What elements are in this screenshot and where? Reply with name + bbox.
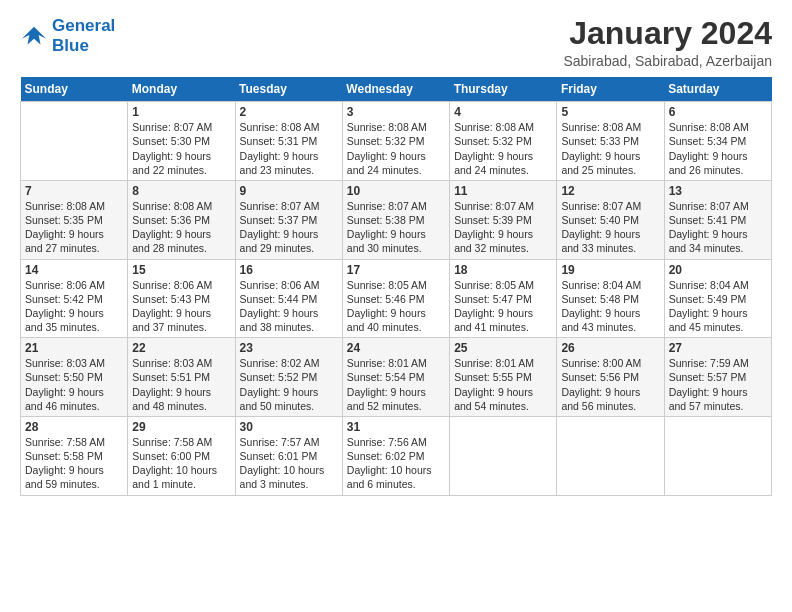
day-cell: 1 Sunrise: 8:07 AM Sunset: 5:30 PM Dayli… (128, 102, 235, 181)
sunset-text: Sunset: 5:30 PM (132, 135, 210, 147)
day-info: Sunrise: 8:02 AM Sunset: 5:52 PM Dayligh… (240, 356, 338, 413)
day-number: 15 (132, 263, 230, 277)
logo: General Blue (20, 16, 115, 55)
week-row-5: 28 Sunrise: 7:58 AM Sunset: 5:58 PM Dayl… (21, 416, 772, 495)
daylight-text: Daylight: 9 hours and 22 minutes. (132, 150, 211, 176)
sunrise-text: Sunrise: 8:05 AM (454, 279, 534, 291)
day-cell: 30 Sunrise: 7:57 AM Sunset: 6:01 PM Dayl… (235, 416, 342, 495)
sunrise-text: Sunrise: 8:05 AM (347, 279, 427, 291)
daylight-text: Daylight: 9 hours and 46 minutes. (25, 386, 104, 412)
sunset-text: Sunset: 5:51 PM (132, 371, 210, 383)
sunrise-text: Sunrise: 8:07 AM (561, 200, 641, 212)
logo-line2: Blue (52, 36, 115, 56)
sunrise-text: Sunrise: 8:08 AM (561, 121, 641, 133)
sunrise-text: Sunrise: 8:07 AM (347, 200, 427, 212)
daylight-text: Daylight: 9 hours and 38 minutes. (240, 307, 319, 333)
day-cell: 26 Sunrise: 8:00 AM Sunset: 5:56 PM Dayl… (557, 338, 664, 417)
sunset-text: Sunset: 5:31 PM (240, 135, 318, 147)
sunset-text: Sunset: 5:50 PM (25, 371, 103, 383)
day-info: Sunrise: 8:08 AM Sunset: 5:31 PM Dayligh… (240, 120, 338, 177)
sunset-text: Sunset: 5:52 PM (240, 371, 318, 383)
logo-bird-icon (20, 22, 48, 50)
header-cell-tuesday: Tuesday (235, 77, 342, 102)
day-info: Sunrise: 8:07 AM Sunset: 5:41 PM Dayligh… (669, 199, 767, 256)
sunrise-text: Sunrise: 8:01 AM (454, 357, 534, 369)
week-row-1: 1 Sunrise: 8:07 AM Sunset: 5:30 PM Dayli… (21, 102, 772, 181)
day-number: 8 (132, 184, 230, 198)
sunrise-text: Sunrise: 8:06 AM (132, 279, 212, 291)
sunset-text: Sunset: 5:58 PM (25, 450, 103, 462)
day-number: 17 (347, 263, 445, 277)
day-info: Sunrise: 8:06 AM Sunset: 5:43 PM Dayligh… (132, 278, 230, 335)
day-number: 29 (132, 420, 230, 434)
day-cell: 3 Sunrise: 8:08 AM Sunset: 5:32 PM Dayli… (342, 102, 449, 181)
day-number: 20 (669, 263, 767, 277)
day-cell: 19 Sunrise: 8:04 AM Sunset: 5:48 PM Dayl… (557, 259, 664, 338)
daylight-text: Daylight: 10 hours and 3 minutes. (240, 464, 325, 490)
daylight-text: Daylight: 9 hours and 59 minutes. (25, 464, 104, 490)
day-number: 27 (669, 341, 767, 355)
day-cell: 28 Sunrise: 7:58 AM Sunset: 5:58 PM Dayl… (21, 416, 128, 495)
day-info: Sunrise: 8:04 AM Sunset: 5:48 PM Dayligh… (561, 278, 659, 335)
calendar-table: SundayMondayTuesdayWednesdayThursdayFrid… (20, 77, 772, 495)
sunset-text: Sunset: 5:35 PM (25, 214, 103, 226)
day-number: 6 (669, 105, 767, 119)
sunrise-text: Sunrise: 8:03 AM (25, 357, 105, 369)
day-info: Sunrise: 8:08 AM Sunset: 5:36 PM Dayligh… (132, 199, 230, 256)
daylight-text: Daylight: 9 hours and 33 minutes. (561, 228, 640, 254)
sunrise-text: Sunrise: 8:02 AM (240, 357, 320, 369)
day-number: 9 (240, 184, 338, 198)
day-info: Sunrise: 8:06 AM Sunset: 5:44 PM Dayligh… (240, 278, 338, 335)
day-cell: 20 Sunrise: 8:04 AM Sunset: 5:49 PM Dayl… (664, 259, 771, 338)
day-info: Sunrise: 8:07 AM Sunset: 5:39 PM Dayligh… (454, 199, 552, 256)
day-info: Sunrise: 8:08 AM Sunset: 5:34 PM Dayligh… (669, 120, 767, 177)
day-number: 7 (25, 184, 123, 198)
header-cell-monday: Monday (128, 77, 235, 102)
day-info: Sunrise: 7:57 AM Sunset: 6:01 PM Dayligh… (240, 435, 338, 492)
sunrise-text: Sunrise: 8:00 AM (561, 357, 641, 369)
sunrise-text: Sunrise: 8:07 AM (454, 200, 534, 212)
sunrise-text: Sunrise: 8:08 AM (347, 121, 427, 133)
day-info: Sunrise: 8:00 AM Sunset: 5:56 PM Dayligh… (561, 356, 659, 413)
sunset-text: Sunset: 5:38 PM (347, 214, 425, 226)
daylight-text: Daylight: 10 hours and 6 minutes. (347, 464, 432, 490)
day-cell: 25 Sunrise: 8:01 AM Sunset: 5:55 PM Dayl… (450, 338, 557, 417)
subtitle: Sabirabad, Sabirabad, Azerbaijan (563, 53, 772, 69)
header-cell-saturday: Saturday (664, 77, 771, 102)
sunrise-text: Sunrise: 7:59 AM (669, 357, 749, 369)
sunrise-text: Sunrise: 8:07 AM (240, 200, 320, 212)
day-cell: 18 Sunrise: 8:05 AM Sunset: 5:47 PM Dayl… (450, 259, 557, 338)
day-cell: 6 Sunrise: 8:08 AM Sunset: 5:34 PM Dayli… (664, 102, 771, 181)
day-info: Sunrise: 8:07 AM Sunset: 5:30 PM Dayligh… (132, 120, 230, 177)
header-cell-thursday: Thursday (450, 77, 557, 102)
day-info: Sunrise: 8:01 AM Sunset: 5:54 PM Dayligh… (347, 356, 445, 413)
page: General Blue January 2024 Sabirabad, Sab… (0, 0, 792, 512)
day-cell: 8 Sunrise: 8:08 AM Sunset: 5:36 PM Dayli… (128, 180, 235, 259)
daylight-text: Daylight: 9 hours and 56 minutes. (561, 386, 640, 412)
day-cell (450, 416, 557, 495)
day-cell: 24 Sunrise: 8:01 AM Sunset: 5:54 PM Dayl… (342, 338, 449, 417)
week-row-4: 21 Sunrise: 8:03 AM Sunset: 5:50 PM Dayl… (21, 338, 772, 417)
day-info: Sunrise: 7:58 AM Sunset: 5:58 PM Dayligh… (25, 435, 123, 492)
sunrise-text: Sunrise: 8:08 AM (240, 121, 320, 133)
week-row-2: 7 Sunrise: 8:08 AM Sunset: 5:35 PM Dayli… (21, 180, 772, 259)
sunset-text: Sunset: 6:01 PM (240, 450, 318, 462)
sunset-text: Sunset: 5:34 PM (669, 135, 747, 147)
day-number: 26 (561, 341, 659, 355)
day-number: 21 (25, 341, 123, 355)
sunset-text: Sunset: 5:56 PM (561, 371, 639, 383)
daylight-text: Daylight: 9 hours and 41 minutes. (454, 307, 533, 333)
day-info: Sunrise: 8:05 AM Sunset: 5:46 PM Dayligh… (347, 278, 445, 335)
day-info: Sunrise: 8:03 AM Sunset: 5:51 PM Dayligh… (132, 356, 230, 413)
day-number: 18 (454, 263, 552, 277)
day-number: 11 (454, 184, 552, 198)
day-cell: 15 Sunrise: 8:06 AM Sunset: 5:43 PM Dayl… (128, 259, 235, 338)
header: General Blue January 2024 Sabirabad, Sab… (20, 16, 772, 69)
day-info: Sunrise: 7:58 AM Sunset: 6:00 PM Dayligh… (132, 435, 230, 492)
day-info: Sunrise: 7:56 AM Sunset: 6:02 PM Dayligh… (347, 435, 445, 492)
sunrise-text: Sunrise: 8:06 AM (25, 279, 105, 291)
day-number: 22 (132, 341, 230, 355)
day-number: 2 (240, 105, 338, 119)
sunrise-text: Sunrise: 8:08 AM (25, 200, 105, 212)
day-info: Sunrise: 8:07 AM Sunset: 5:40 PM Dayligh… (561, 199, 659, 256)
